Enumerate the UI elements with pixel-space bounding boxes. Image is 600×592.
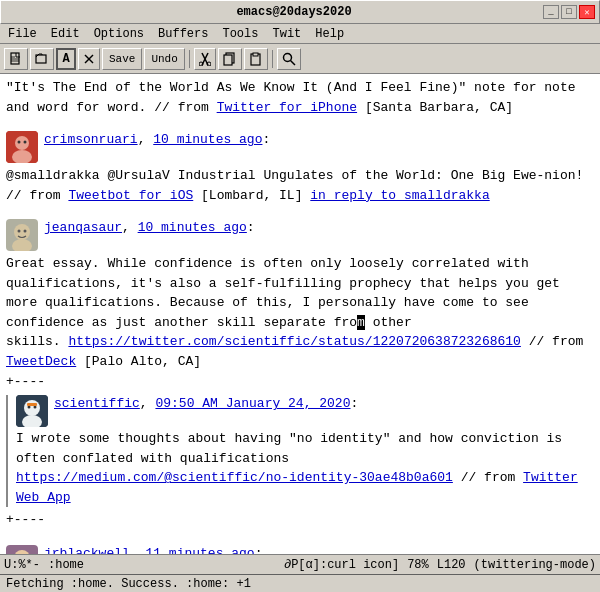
tweet-sci-header: scientiffic, 09:50 AM January 24, 2020: <box>16 395 594 427</box>
tweet-jean-header: jeanqasaur, 10 minutes ago: <box>6 219 594 251</box>
svg-rect-0 <box>11 53 19 64</box>
svg-point-18 <box>15 136 29 150</box>
tweet-crimson-avatar <box>6 131 38 163</box>
tweet-jean-timestamp[interactable]: 10 minutes ago <box>138 220 247 235</box>
tweet-jean-username[interactable]: jeanqasaur <box>44 220 122 235</box>
toolbar-undo-button[interactable]: Undo <box>144 48 184 70</box>
tweet-1-body: "It's The End of the World As We Know It… <box>6 78 594 117</box>
svg-point-21 <box>24 141 27 144</box>
toolbar-separator <box>189 50 190 68</box>
tweet-jean-tweetdeck[interactable]: TweetDeck <box>6 354 76 369</box>
cursor: m <box>357 315 365 330</box>
tweet-sci-body: I wrote some thoughts about having "no i… <box>16 429 594 507</box>
status-bar: U:%*- :home ∂P[α]:curl icon] 78% L120 (t… <box>0 554 600 574</box>
svg-point-15 <box>283 53 291 61</box>
tweet-jr-username[interactable]: jrblackwell <box>44 546 130 554</box>
tweet-jean-username-line: jeanqasaur, 10 minutes ago: <box>44 219 255 237</box>
tweet-crimson: crimsonruari, 10 minutes ago: @smalldrak… <box>6 131 594 209</box>
svg-rect-14 <box>253 53 258 56</box>
svg-point-26 <box>24 230 27 233</box>
tweet-jr-avatar <box>6 545 38 554</box>
toolbar-close-button[interactable] <box>78 48 100 70</box>
tweet-1: "It's The End of the World As We Know It… <box>6 78 594 121</box>
menu-buffers[interactable]: Buffers <box>152 26 214 42</box>
main-content[interactable]: "It's The End of the World As We Know It… <box>0 74 600 554</box>
tweet-crimson-header: crimsonruari, 10 minutes ago: <box>6 131 594 163</box>
svg-point-20 <box>18 141 21 144</box>
tweet-jean-link1[interactable]: https://twitter.com/scientiffic/status/1… <box>68 334 520 349</box>
tweet-sci-username-line: scientiffic, 09:50 AM January 24, 2020: <box>54 395 358 413</box>
toolbar-cut-button[interactable] <box>194 48 216 70</box>
status-twittering-mode: (twittering-mode) <box>474 558 596 572</box>
menu-tools[interactable]: Tools <box>216 26 264 42</box>
toolbar-copy-button[interactable] <box>218 48 242 70</box>
title-bar: emacs@20days2020 _ □ ✕ <box>0 0 600 24</box>
svg-rect-32 <box>27 403 37 406</box>
tweet-jean-avatar <box>6 219 38 251</box>
tweet-jr-header: jrblackwell, 11 minutes ago: <box>6 545 594 554</box>
toolbar-paste-button[interactable] <box>244 48 268 70</box>
maximize-button[interactable]: □ <box>561 5 577 19</box>
toolbar: A Save Undo <box>0 44 600 74</box>
tweet-sci-username[interactable]: scientiffic <box>54 396 140 411</box>
menu-edit[interactable]: Edit <box>45 26 86 42</box>
tweet-crimson-source[interactable]: Tweetbot for iOS <box>68 188 193 203</box>
menu-file[interactable]: File <box>2 26 43 42</box>
tweet-sci-avatar <box>16 395 48 427</box>
svg-rect-12 <box>224 55 232 65</box>
menu-bar: File Edit Options Buffers Tools Twit Hel… <box>0 24 600 44</box>
tweet-sci-timestamp[interactable]: 09:50 AM January 24, 2020 <box>155 396 350 411</box>
echo-bar: Fetching :home. Success. :home: +1 <box>0 574 600 592</box>
echo-text: Fetching :home. Success. :home: +1 <box>6 577 251 591</box>
tweet-crimson-username-line: crimsonruari, 10 minutes ago: <box>44 131 270 149</box>
status-mode: U:%*- <box>4 558 40 572</box>
tweet-jean: jeanqasaur, 10 minutes ago: Great essay.… <box>6 219 594 535</box>
status-line: L120 <box>437 558 466 572</box>
status-percent: 78% <box>407 558 429 572</box>
window-title: emacs@20days2020 <box>45 5 543 19</box>
tweet-jean-divider2: +---- <box>6 511 594 529</box>
svg-point-25 <box>18 230 21 233</box>
tweet-sci-link[interactable]: https://medium.com/@scientiffic/no-ident… <box>16 470 453 485</box>
menu-options[interactable]: Options <box>88 26 150 42</box>
tweet-crimson-body: @smalldrakka @UrsulaV Industrial Ungulat… <box>6 166 594 205</box>
tweet-crimson-timestamp[interactable]: 10 minutes ago <box>153 132 262 147</box>
tweet-jr: jrblackwell, 11 minutes ago: @ksonney Th… <box>6 545 594 554</box>
toolbar-new-file-button[interactable] <box>4 48 28 70</box>
toolbar-save-button[interactable]: Save <box>102 48 142 70</box>
window-controls: _ □ ✕ <box>543 5 595 19</box>
svg-point-28 <box>24 400 40 416</box>
tweet-jean-body: Great essay. While confidence is often o… <box>6 254 594 371</box>
status-minibuf: ∂P[α]:curl icon] <box>284 558 399 572</box>
toolbar-edit-button[interactable]: A <box>56 48 76 70</box>
tweet-crimson-reply[interactable]: in reply to smalldrakka <box>310 188 489 203</box>
tweet-1-source-link[interactable]: Twitter for iPhone <box>217 100 357 115</box>
minimize-button[interactable]: _ <box>543 5 559 19</box>
status-home: :home <box>48 558 84 572</box>
tweet-sci-reply-block: scientiffic, 09:50 AM January 24, 2020: … <box>6 395 594 507</box>
tweet-jr-timestamp[interactable]: 11 minutes ago <box>145 546 254 554</box>
tweet-crimson-username[interactable]: crimsonruari <box>44 132 138 147</box>
menu-help[interactable]: Help <box>309 26 350 42</box>
close-button[interactable]: ✕ <box>579 5 595 19</box>
menu-twit[interactable]: Twit <box>266 26 307 42</box>
toolbar-search-button[interactable] <box>277 48 301 70</box>
svg-line-16 <box>290 60 295 65</box>
toolbar-separator-2 <box>272 50 273 68</box>
tweet-jean-divider: +---- <box>6 373 594 391</box>
toolbar-open-file-button[interactable] <box>30 48 54 70</box>
tweet-jr-username-line: jrblackwell, 11 minutes ago: <box>44 545 262 554</box>
